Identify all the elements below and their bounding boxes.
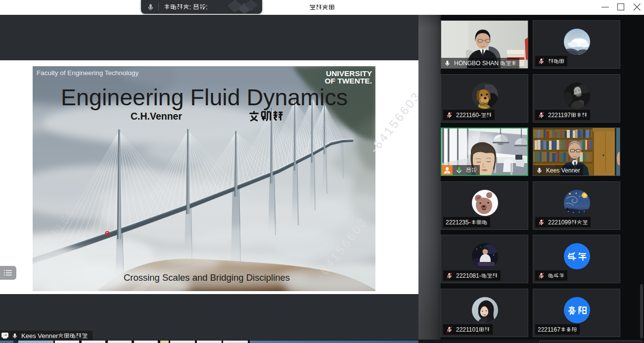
svg-text:Faculty of Engineering Technol: Faculty of Engineering Technology [37,69,138,77]
svg-text:OF TWENTE.: OF TWENTE. [324,77,372,85]
svg-text:C.H.Venner: C.H.Venner [131,111,182,122]
svg-text:Crossing Scales and Bridging D: Crossing Scales and Bridging Disciplines [124,272,290,283]
svg-text:Engineering Fluid Dynamics: Engineering Fluid Dynamics [61,85,348,110]
